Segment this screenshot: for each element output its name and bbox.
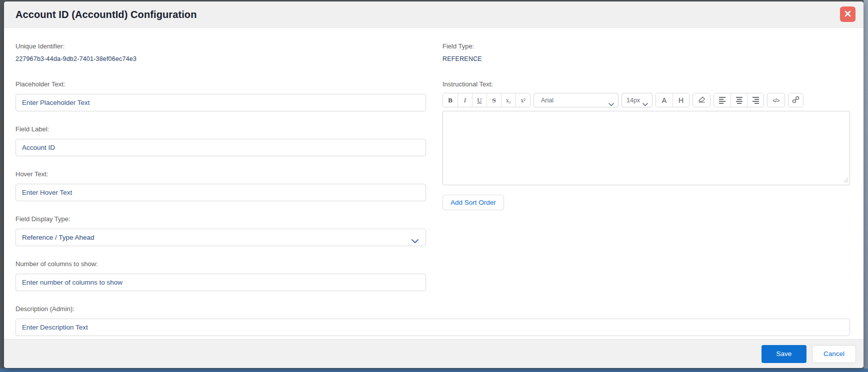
description-admin-input[interactable] [16,319,850,336]
strikethrough-button[interactable]: S [486,93,501,107]
align-right-icon [752,97,759,104]
link-button-group [788,93,804,107]
italic-button[interactable]: I [458,93,472,107]
field-display-type-select[interactable]: Reference / Type Ahead [16,229,426,246]
underline-button[interactable]: U [472,93,486,107]
field-label-input[interactable] [16,139,426,156]
page-backdrop-right-strip [864,0,868,372]
columns-to-show-group: Number of columns to show: [16,260,426,291]
unique-identifier-label: Unique Identifier: [16,42,426,50]
left-column: Unique Identifier: 227967b3-44da-9db2-74… [16,42,426,305]
chevron-down-icon [608,99,614,108]
description-admin-label: Description (Admin): [16,305,850,313]
hover-text-label: Hover Text: [16,170,426,178]
field-display-type-label: Field Display Type: [16,215,426,223]
font-size-select[interactable]: 14px [622,93,652,107]
page-backdrop-bottom-strip [0,369,868,372]
insert-link-button[interactable] [788,93,803,107]
close-button[interactable] [840,6,856,22]
text-style-button-group: B I U S x₂ x² [442,93,530,107]
cancel-button[interactable]: Cancel [812,345,856,363]
instructional-text-editor[interactable] [442,111,850,185]
field-label-group: Field Label: [16,125,426,156]
instructional-text-group: Instructional Text: B I U S x₂ x² Arial [442,80,850,210]
right-column: Field Type: REFERENCE Instructional Text… [442,42,850,305]
align-left-icon [719,97,726,104]
add-sort-order-button[interactable]: Add Sort Order [442,195,504,210]
instructional-text-editor-wrap [442,111,850,187]
chevron-down-icon [642,99,648,108]
align-center-icon [736,97,742,104]
field-type-value: REFERENCE [442,56,850,62]
align-left-button[interactable] [714,93,730,107]
placeholder-text-input[interactable] [16,94,426,111]
code-icon: </> [772,97,780,103]
close-icon [844,10,851,18]
modal-header: Account ID (AccountId) Configuration [4,1,864,28]
columns-to-show-label: Number of columns to show: [16,260,426,268]
font-name-select[interactable]: Arial [534,93,618,107]
align-right-button[interactable] [747,93,764,107]
modal-title: Account ID (AccountId) Configuration [16,9,196,20]
hover-text-group: Hover Text: [16,170,426,201]
hover-text-input[interactable] [16,184,426,201]
font-size-selected-value: 14px [626,97,640,104]
field-type-label: Field Type: [442,42,850,50]
font-color-button[interactable]: A [656,93,672,107]
description-admin-group: Description (Admin): [16,305,850,336]
chevron-down-icon [412,236,418,245]
placeholder-text-group: Placeholder Text: [16,80,426,111]
field-label-label: Field Label: [16,125,426,133]
clear-format-button[interactable] [693,93,710,107]
link-icon [792,96,800,105]
subscript-button[interactable]: x₂ [501,93,516,107]
bold-button[interactable]: B [443,93,458,107]
superscript-button[interactable]: x² [516,93,530,107]
resize-handle-icon[interactable] [842,176,848,185]
configuration-modal: Account ID (AccountId) Configuration Uni… [4,1,864,368]
font-name-selected-value: Arial [541,97,554,104]
eraser-button-group [692,93,710,107]
align-center-button[interactable] [730,93,747,107]
highlight-color-button[interactable]: H [672,93,689,107]
color-button-group: A H [656,93,690,107]
unique-identifier-value: 227967b3-44da-9db2-7401-38ef06ec74e3 [16,56,426,62]
rich-text-toolbar: B I U S x₂ x² Arial [442,93,850,107]
save-button[interactable]: Save [762,345,806,363]
code-view-button[interactable]: </> [768,93,784,107]
instructional-text-label: Instructional Text: [442,80,850,88]
code-button-group: </> [767,93,785,107]
alignment-button-group [714,93,764,107]
columns-to-show-input[interactable] [16,274,426,291]
placeholder-text-label: Placeholder Text: [16,80,426,88]
field-display-type-group: Field Display Type: Reference / Type Ahe… [16,215,426,246]
eraser-icon [698,96,706,104]
field-display-type-selected-value: Reference / Type Ahead [22,234,94,241]
modal-footer: Save Cancel [4,339,864,368]
modal-body: Unique Identifier: 227967b3-44da-9db2-74… [4,28,864,336]
unique-identifier-group: Unique Identifier: 227967b3-44da-9db2-74… [16,42,426,62]
field-type-group: Field Type: REFERENCE [442,42,850,62]
